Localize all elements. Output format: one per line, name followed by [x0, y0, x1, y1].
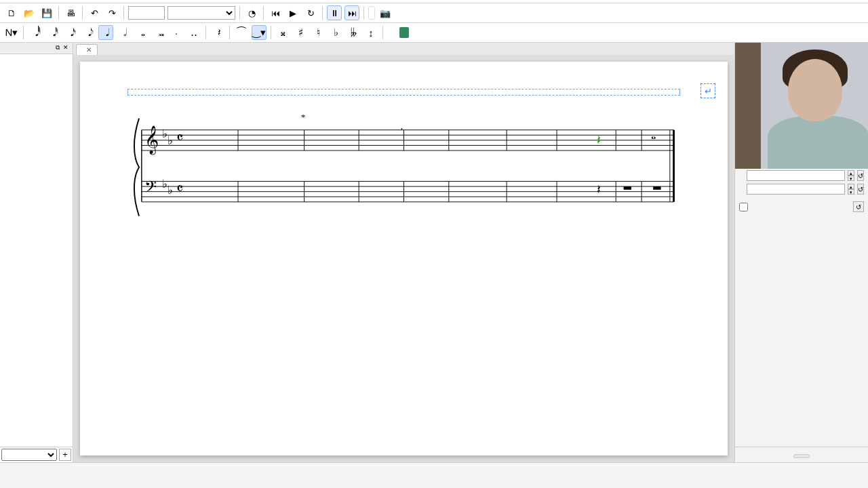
palettes-mode-select[interactable] [1, 449, 57, 461]
new-file-icon[interactable]: 🗋 [4, 5, 19, 20]
svg-text:♭: ♭ [167, 184, 173, 197]
svg-text:♭: ♭ [167, 134, 173, 147]
leading-space-up[interactable]: ▴ [848, 170, 854, 176]
loop-end-icon[interactable]: ⏭ [344, 5, 359, 20]
voice-2-button[interactable] [399, 27, 409, 38]
dur-half-icon[interactable]: 𝅗𝅥 [116, 25, 131, 40]
loop-icon[interactable]: ↻ [303, 5, 318, 20]
natural-icon[interactable]: ♮ [311, 25, 326, 40]
toolbar-note-entry: N▾ 𝅘𝅥𝅱 𝅘𝅥𝅰 𝅘𝅥𝅯 𝅘𝅥𝅮 𝅘𝅥 𝅗𝅥 𝅝 𝅜 · ‥ 𝄽 ⁀ ‿▾ … [0, 23, 868, 43]
voice-1-button[interactable] [387, 27, 397, 38]
tab-close-icon[interactable]: ✕ [86, 46, 92, 54]
score-title-frame[interactable] [127, 89, 680, 96]
toolbar-main: 🗋 📂 💾 🖶 ↶ ↷ ◔ ⏮ ▶ ↻ ⏸ ⏭ 📷 [0, 3, 868, 23]
dur-whole-icon[interactable]: 𝅝 [134, 25, 149, 40]
tie-icon[interactable]: ⁀ [234, 25, 249, 40]
dur-64th-icon[interactable]: 𝅘𝅥𝅱 [28, 25, 43, 40]
palettes-close-icon[interactable]: ✕ [62, 44, 70, 52]
concert-pitch-toggle[interactable] [368, 6, 375, 20]
loop-start-icon[interactable]: ⏸ [327, 5, 342, 20]
trailing-space-reset[interactable]: ↺ [857, 184, 864, 195]
svg-text:*: * [301, 112, 306, 122]
redo-icon[interactable]: ↷ [104, 5, 119, 20]
trailing-space-down[interactable]: ▾ [848, 189, 854, 195]
note-input-mode-icon[interactable]: N▾ [4, 25, 19, 40]
rest-icon[interactable]: 𝄽 [210, 25, 225, 40]
palettes-list [0, 54, 73, 447]
double-sharp-icon[interactable]: 𝄪 [275, 25, 290, 40]
dur-8th-icon[interactable]: 𝅘𝅥𝅮 [81, 25, 96, 40]
tuplet-select-button[interactable] [793, 454, 810, 458]
undo-icon[interactable]: ↶ [87, 5, 102, 20]
flip-stem-icon[interactable]: ↕ [363, 25, 378, 40]
metronome-icon[interactable]: ◔ [244, 5, 259, 20]
tabbar: ✕ [73, 43, 734, 55]
palettes-add-button[interactable]: + [59, 449, 71, 461]
svg-text:𝄴: 𝄴 [176, 129, 183, 146]
webcam-overlay [735, 43, 868, 169]
view-mode-select[interactable] [167, 6, 235, 20]
selected-rest[interactable]: 𝄽 [597, 136, 601, 144]
score-system: 𝄞 𝄢 ♭♭ ♭♭ 𝄴 𝄴 * [127, 102, 680, 224]
dur-breve-icon[interactable]: 𝅜 [151, 25, 166, 40]
right-panel: ▴▾ ↺ ▴▾ ↺ ↺ [734, 43, 868, 462]
print-icon[interactable]: 🖶 [63, 5, 78, 20]
leading-space-down[interactable]: ▾ [848, 176, 854, 181]
aug-dot-icon[interactable]: · [169, 25, 184, 40]
dur-32nd-icon[interactable]: 𝅘𝅥𝅰 [45, 25, 60, 40]
voice-3-button[interactable] [412, 27, 421, 38]
svg-text:𝅝: 𝅝 [651, 136, 656, 140]
double-dot-icon[interactable]: ‥ [186, 25, 201, 40]
palettes-undock-icon[interactable]: ⧉ [54, 44, 62, 52]
play-icon[interactable]: ▶ [285, 5, 300, 20]
palettes-panel: ⧉ ✕ + [0, 43, 73, 462]
zoom-input[interactable] [128, 6, 165, 20]
system-break-icon[interactable]: ↵ [701, 83, 715, 98]
dur-quarter-icon[interactable]: 𝅘𝅥 [98, 25, 113, 40]
svg-text:𝄞: 𝄞 [144, 125, 159, 155]
tab-document[interactable]: ✕ [76, 44, 98, 55]
svg-rect-42 [653, 186, 660, 190]
save-file-icon[interactable]: 💾 [39, 5, 54, 20]
small-size-reset[interactable]: ↺ [853, 201, 864, 212]
svg-text:𝄴: 𝄴 [176, 180, 183, 197]
trailing-space-input[interactable] [747, 184, 845, 195]
flat-icon[interactable]: ♭ [328, 25, 343, 40]
leading-space-input[interactable] [747, 170, 845, 181]
small-size-checkbox[interactable] [739, 203, 748, 211]
screenshot-icon[interactable]: 📷 [378, 5, 393, 20]
double-flat-icon[interactable]: 𝄫 [346, 25, 361, 40]
score-canvas[interactable]: ↵ [73, 55, 734, 462]
svg-text:,: , [401, 121, 403, 131]
sharp-icon[interactable]: ♯ [293, 25, 308, 40]
statusbar [0, 462, 868, 472]
svg-text:𝄢: 𝄢 [144, 178, 157, 199]
leading-space-reset[interactable]: ↺ [857, 170, 864, 181]
svg-rect-41 [624, 186, 631, 190]
dur-16th-icon[interactable]: 𝅘𝅥𝅯 [63, 25, 78, 40]
voice-4-button[interactable] [424, 27, 433, 38]
trailing-space-up[interactable]: ▴ [848, 184, 854, 189]
rewind-icon[interactable]: ⏮ [268, 5, 283, 20]
slur-icon[interactable]: ‿▾ [252, 25, 267, 40]
open-file-icon[interactable]: 📂 [22, 5, 37, 20]
